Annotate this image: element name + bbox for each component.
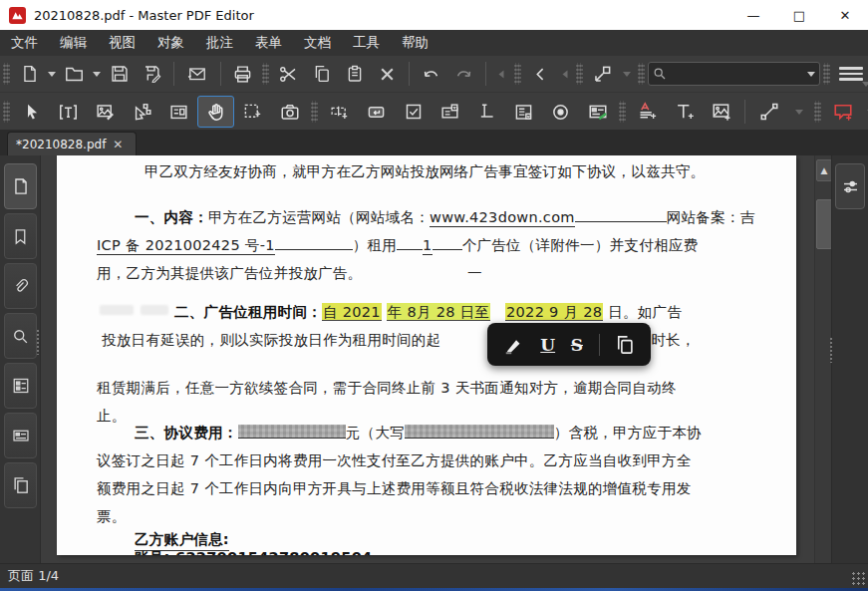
copy-button[interactable]: [305, 59, 338, 89]
hand-tool-button[interactable]: [197, 96, 234, 128]
redo-button[interactable]: [447, 59, 480, 89]
search-panel-button[interactable]: [4, 313, 37, 359]
toolbar-separator: [173, 62, 174, 86]
save-button[interactable]: [103, 59, 136, 89]
menu-item-forms[interactable]: 表单: [244, 30, 293, 56]
new-document-menu-button[interactable]: [46, 59, 58, 89]
measure-line-tool-button[interactable]: [750, 96, 787, 128]
menu-item-document[interactable]: 文档: [293, 30, 342, 56]
panel-splitter-handle[interactable]: [829, 337, 833, 363]
toolbar-grip[interactable]: [619, 101, 626, 123]
edit-text-tool-button[interactable]: [50, 96, 87, 128]
save-as-button[interactable]: [136, 59, 168, 89]
doc-intro-line: 甲乙双方经友好协商，就甲方在乙方网站投放网络广告事宜签订如下协议，以兹共守。: [145, 162, 705, 181]
toolbar-separator: [744, 100, 745, 124]
pdf-page[interactable]: 甲乙双方经友好协商，就甲方在乙方网站投放网络广告事宜签订如下协议，以兹共守。 一…: [57, 155, 796, 555]
zoom-menu-disabled-icon: [623, 72, 631, 77]
menu-item-view[interactable]: 视图: [98, 30, 146, 56]
open-button[interactable]: [58, 59, 91, 89]
paperclip-icon: [12, 278, 29, 295]
document-canvas[interactable]: 甲乙双方经友好协商，就甲方在乙方网站投放网络广告事宜签订如下协议，以兹共守。 一…: [41, 155, 814, 563]
tools-toolbar: [0, 92, 868, 132]
p2-label: 二、广告位租用时间：: [174, 304, 322, 320]
properties-panel-button[interactable]: [835, 163, 865, 209]
underline-button[interactable]: U: [540, 335, 555, 355]
thumbnails-panel-button[interactable]: [4, 163, 37, 209]
window-resize-grip[interactable]: [851, 571, 865, 585]
previous-view-button[interactable]: [524, 59, 557, 89]
edit-path-tool-button[interactable]: [124, 96, 160, 128]
search-dropdown-icon[interactable]: [807, 72, 815, 77]
toolbar-grip[interactable]: [262, 63, 269, 85]
paste-button[interactable]: [338, 59, 371, 89]
document-tab[interactable]: *20210828.pdf ✕: [7, 132, 137, 156]
signature-field-tool-button[interactable]: [579, 96, 616, 128]
toolbar-grip[interactable]: [814, 101, 821, 123]
master-pdf-editor-window: 20210828.pdf - Master PDF Editor — □ ✕ 文…: [0, 0, 868, 591]
cut-button[interactable]: [272, 59, 305, 89]
layers-panel-button[interactable]: [4, 363, 37, 409]
pages-panel-button[interactable]: [4, 462, 37, 508]
toolbar-grip[interactable]: [514, 63, 521, 85]
highlighter-button[interactable]: [503, 334, 525, 356]
bookmarks-panel-button[interactable]: [4, 213, 37, 259]
print-button[interactable]: [226, 59, 259, 89]
toolbar-grip[interactable]: [311, 101, 318, 123]
select-text-area-tool-button[interactable]: [234, 96, 271, 128]
panel-splitter-handle[interactable]: [36, 329, 40, 355]
minimize-button[interactable]: —: [730, 0, 776, 30]
toolbar-grip[interactable]: [638, 63, 645, 85]
signature-field-icon: [588, 102, 608, 122]
open-menu-button[interactable]: [91, 59, 103, 89]
delete-button[interactable]: [371, 59, 404, 89]
sticky-note-tool-button[interactable]: [824, 96, 861, 128]
scroll-up-button[interactable]: ▲: [816, 159, 832, 181]
scrollbar-thumb[interactable]: [816, 199, 832, 249]
toolbar-overflow-button[interactable]: [839, 67, 863, 81]
strikethrough-button[interactable]: S: [571, 335, 583, 355]
select-tool-button[interactable]: [13, 96, 50, 128]
p1-blank-underline: [275, 236, 353, 250]
checkbox-field-tool-button[interactable]: [395, 96, 432, 128]
list-field-tool-button[interactable]: [505, 96, 542, 128]
delete-x-icon: [379, 66, 396, 83]
search-input[interactable]: [667, 66, 807, 82]
doc-p3-line4: 票。: [97, 507, 127, 526]
edit-form-tool-button[interactable]: [160, 96, 197, 128]
text-field-tool-button[interactable]: [321, 96, 358, 128]
tab-title: *20210828.pdf: [16, 138, 106, 151]
button-field-icon: [367, 103, 386, 122]
email-button[interactable]: [179, 59, 215, 89]
edit-image-tool-button[interactable]: [87, 96, 124, 128]
combobox-field-tool-button[interactable]: [432, 96, 468, 128]
signatures-panel-button[interactable]: [4, 413, 37, 458]
menu-item-tools[interactable]: 工具: [342, 30, 391, 56]
toolbar-grip[interactable]: [3, 63, 10, 85]
tab-close-icon[interactable]: ✕: [113, 138, 123, 151]
edit-document-text-tool-button[interactable]: [629, 96, 666, 128]
menu-item-file[interactable]: 文件: [0, 30, 49, 56]
undo-button[interactable]: [415, 59, 447, 89]
close-button[interactable]: ✕: [822, 0, 868, 30]
select-arrow-icon: [23, 103, 41, 121]
p2-tail: 日。如广告: [608, 304, 682, 320]
add-image-tool-button[interactable]: [703, 96, 739, 128]
screenshot-tool-button[interactable]: [271, 96, 308, 128]
attachments-panel-button[interactable]: [4, 263, 37, 309]
listbox-field-tool-button[interactable]: [468, 96, 505, 128]
fit-page-button[interactable]: [586, 59, 619, 89]
copy-selection-button[interactable]: [615, 335, 635, 355]
toolbar-grip[interactable]: [3, 101, 10, 123]
toolbar-grip[interactable]: [576, 63, 583, 85]
button-field-tool-button[interactable]: [358, 96, 395, 128]
menu-item-help[interactable]: 帮助: [391, 30, 439, 56]
menu-item-object[interactable]: 对象: [146, 30, 195, 56]
menu-item-annotate[interactable]: 批注: [195, 30, 244, 56]
radio-button-field-tool-button[interactable]: [542, 96, 579, 128]
toolbar-grip[interactable]: [823, 63, 830, 85]
toolbar-separator: [409, 62, 410, 86]
menu-item-edit[interactable]: 编辑: [49, 30, 98, 56]
new-document-button[interactable]: [13, 59, 46, 89]
maximize-button[interactable]: □: [776, 0, 822, 30]
add-text-tool-button[interactable]: [666, 96, 703, 128]
